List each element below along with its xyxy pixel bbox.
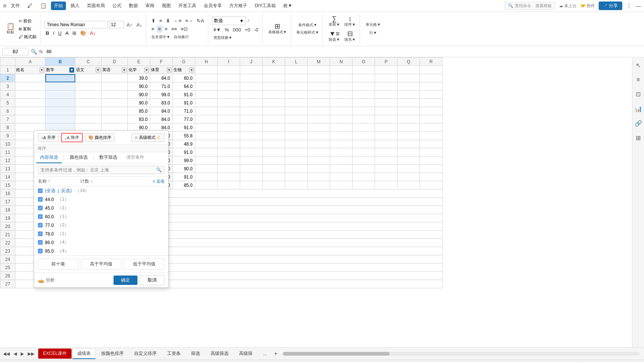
cell-D5[interactable] (102, 99, 128, 107)
cell-K13[interactable] (263, 165, 285, 173)
bold-button[interactable]: B (44, 30, 51, 37)
cell-L4[interactable] (285, 91, 308, 99)
cell-B5[interactable] (45, 99, 75, 107)
cell-H4[interactable] (195, 91, 218, 99)
cell-G15[interactable]: 85.0 (173, 181, 195, 189)
formula-input[interactable] (45, 48, 642, 55)
cell-R4[interactable] (420, 91, 442, 99)
cell-B2[interactable] (45, 74, 75, 82)
filter-arrow-G1[interactable]: ▼ (189, 67, 194, 73)
cell-I6[interactable] (218, 107, 240, 115)
fp-tab-content[interactable]: 内容筛选 (36, 152, 62, 163)
cell-L12[interactable] (285, 156, 308, 165)
menu-diy[interactable]: DIY工具箱 (252, 1, 279, 10)
sheet-tab-grades[interactable]: 成绩表 (72, 349, 96, 359)
cell-L2[interactable] (285, 74, 308, 82)
cell-Q7[interactable] (397, 115, 420, 124)
filter-checkbox-all[interactable] (38, 188, 43, 193)
cell-O6[interactable] (353, 107, 375, 115)
cell-I2[interactable] (218, 74, 240, 82)
col-header-M[interactable]: M (308, 58, 330, 66)
cell-A7[interactable] (15, 115, 45, 124)
number-format-select[interactable]: 数值 ▼ (212, 16, 246, 25)
align-distribute-button[interactable]: ≡⊡ (179, 25, 189, 33)
cell-N8[interactable] (330, 124, 353, 132)
cell-G6[interactable]: 71.0 (173, 107, 195, 115)
cell-N4[interactable] (330, 91, 353, 99)
cell-D1[interactable]: 英语 ▼ (102, 66, 128, 74)
cell-R12[interactable] (420, 156, 442, 165)
menu-page-layout[interactable]: 页面布局 (84, 1, 108, 10)
merge-center-button[interactable]: 合并居中▼ (150, 34, 172, 40)
cell-M5[interactable] (308, 99, 330, 107)
paste-button[interactable]: 📋 粘贴 (4, 22, 16, 36)
font-name-input[interactable] (44, 21, 108, 28)
cell-H12[interactable] (195, 156, 218, 165)
cell-K12[interactable] (263, 156, 285, 165)
cell-J7[interactable] (240, 115, 263, 124)
cell-K15[interactable] (263, 181, 285, 189)
sheet-tab-custom-sort[interactable]: 自定义排序 (129, 349, 161, 359)
font-size-input[interactable] (109, 21, 124, 28)
cell-M12[interactable] (308, 156, 330, 165)
cell-P2[interactable] (375, 74, 397, 82)
col-header-P[interactable]: P (375, 58, 397, 66)
cell-H8[interactable] (195, 124, 218, 132)
wrap-text-button[interactable]: 自动换行 (172, 34, 190, 40)
cut-button[interactable]: ✂ 剪切 (17, 18, 38, 25)
cell-M14[interactable] (308, 173, 330, 181)
menu-file[interactable]: 文件 (8, 1, 23, 10)
col-header-A[interactable]: A (15, 58, 45, 66)
filter-list-item-78[interactable]: 78.0 （1） (34, 229, 168, 238)
fp-tab-color[interactable]: 颜色筛选 (66, 152, 91, 163)
cell-I13[interactable] (218, 165, 240, 173)
cell-M6[interactable] (308, 107, 330, 115)
cell-J4[interactable] (240, 91, 263, 99)
cell-L14[interactable] (285, 173, 308, 181)
align-right-button[interactable]: ≡ (163, 25, 169, 33)
cell-N3[interactable] (330, 82, 353, 91)
underline-button[interactable]: U (57, 30, 63, 37)
cell-N2[interactable] (330, 74, 353, 82)
cell-G8[interactable]: 91.0 (173, 124, 195, 132)
cell-J11[interactable] (240, 148, 263, 156)
col-header-D[interactable]: D (102, 58, 128, 66)
format-painter-button[interactable]: 🖊 格式刷 (17, 33, 38, 40)
filter-checkbox-44[interactable] (38, 197, 43, 202)
menu-dev-tools[interactable]: 开发工具 (175, 1, 199, 10)
cell-N1[interactable] (330, 66, 353, 74)
cell-D4[interactable] (102, 91, 128, 99)
cell-R7[interactable] (420, 115, 442, 124)
menu-review[interactable]: 审阅 (142, 1, 157, 10)
cell-P9[interactable] (375, 132, 397, 140)
filter-arrow-F1[interactable]: ▼ (167, 67, 172, 73)
cell-K14[interactable] (263, 173, 285, 181)
cell-M15[interactable] (308, 181, 330, 189)
cell-H3[interactable] (195, 82, 218, 91)
cell-M13[interactable] (308, 165, 330, 173)
sheet-tab-excel[interactable]: EXCEL课件 (38, 349, 72, 359)
cell-style-button[interactable]: 单元格样式▼ (295, 29, 320, 36)
filter-arrow-D1[interactable]: ▼ (122, 67, 127, 73)
cell-E3[interactable]: 90.0 (128, 82, 150, 91)
cell-P7[interactable] (375, 115, 397, 124)
cell-J13[interactable] (240, 165, 263, 173)
cell-J15[interactable] (240, 181, 263, 189)
cell-H14[interactable] (195, 173, 218, 181)
filter-checkbox-95[interactable] (38, 249, 43, 253)
cell-Q3[interactable] (397, 82, 420, 91)
cell-P6[interactable] (375, 107, 397, 115)
filter-checkbox-77[interactable] (38, 223, 43, 228)
filter-arrow-A1[interactable]: ▼ (39, 67, 44, 73)
count-col-header[interactable]: 计数 ↓ (80, 178, 93, 185)
currency-button[interactable]: ¥▼ (212, 26, 223, 33)
cell-N14[interactable] (330, 173, 353, 181)
cell-P4[interactable] (375, 91, 397, 99)
cell-D3[interactable] (102, 82, 128, 91)
cell-Q9[interactable] (397, 132, 420, 140)
cell-E1[interactable]: 化学 ▼ (128, 66, 150, 74)
cell-M7[interactable] (308, 115, 330, 124)
cell-Q5[interactable] (397, 99, 420, 107)
menu-member[interactable]: 会员专享 (201, 1, 225, 10)
comma-button[interactable]: 000 (231, 26, 242, 33)
